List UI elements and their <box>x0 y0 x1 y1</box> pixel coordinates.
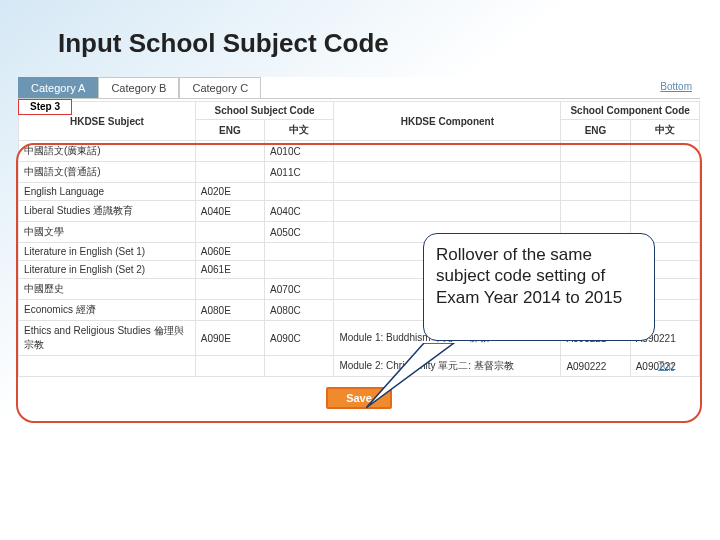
step3-badge: Step 3 <box>18 99 72 115</box>
cell-subject: Literature in English (Set 2) <box>19 261 196 279</box>
cell-component <box>334 183 561 201</box>
top-link[interactable]: Top <box>658 360 674 371</box>
callout: Rollover of the same subject code settin… <box>423 233 655 341</box>
cell-subject: Economics 經濟 <box>19 300 196 321</box>
cell-eng[interactable]: A060E <box>195 243 264 261</box>
cell-chi[interactable] <box>265 183 334 201</box>
th-comp-eng: ENG <box>561 120 630 141</box>
cell-chi[interactable]: A040C <box>265 201 334 222</box>
cell-eng[interactable] <box>195 279 264 300</box>
cell-comp-chi[interactable] <box>630 162 699 183</box>
tab-category-c[interactable]: Category C <box>179 77 261 98</box>
table-row: Liberal Studies 通識教育A040EA040C <box>19 201 700 222</box>
slide-title: Input School Subject Code <box>0 0 720 77</box>
cell-subject: Liberal Studies 通識教育 <box>19 201 196 222</box>
tab-category-a[interactable]: Category A <box>18 77 98 98</box>
cell-chi[interactable]: A010C <box>265 141 334 162</box>
table-row: 中國語文(廣東話)A010C <box>19 141 700 162</box>
table-row: 中國語文(普通話)A011C <box>19 162 700 183</box>
th-school-component-code: School Component Code <box>561 102 700 120</box>
cell-comp-eng[interactable] <box>561 162 630 183</box>
cell-comp-eng[interactable] <box>561 201 630 222</box>
cell-comp-eng[interactable] <box>561 183 630 201</box>
cell-subject: 中國語文(普通話) <box>19 162 196 183</box>
cell-subject: English Language <box>19 183 196 201</box>
cell-subject <box>19 356 196 377</box>
cell-component <box>334 162 561 183</box>
cell-chi[interactable]: A090C <box>265 321 334 356</box>
th-eng: ENG <box>195 120 264 141</box>
cell-subject: 中國文學 <box>19 222 196 243</box>
th-hkdse-component: HKDSE Component <box>334 102 561 141</box>
cell-chi[interactable]: A050C <box>265 222 334 243</box>
cell-chi[interactable] <box>265 356 334 377</box>
table-row: English LanguageA020E <box>19 183 700 201</box>
cell-comp-chi[interactable] <box>630 183 699 201</box>
tabs: Category A Category B Category C <box>18 77 700 98</box>
save-row: Save <box>18 377 700 413</box>
cell-eng[interactable] <box>195 162 264 183</box>
callout-tail-icon <box>366 343 456 413</box>
tab-category-b[interactable]: Category B <box>98 77 179 98</box>
th-comp-chi: 中文 <box>630 120 699 141</box>
bottom-link[interactable]: Bottom <box>660 81 692 92</box>
cell-comp-chi[interactable] <box>630 141 699 162</box>
panel: Category A Category B Category C Bottom … <box>18 77 700 413</box>
cell-eng[interactable] <box>195 356 264 377</box>
cell-eng[interactable]: A020E <box>195 183 264 201</box>
cell-comp-chi[interactable] <box>630 201 699 222</box>
cell-eng[interactable] <box>195 222 264 243</box>
table-row: Module 2: Christianity 單元二: 基督宗教A090222A… <box>19 356 700 377</box>
cell-eng[interactable]: A080E <box>195 300 264 321</box>
th-school-subject-code: School Subject Code <box>195 102 334 120</box>
cell-chi[interactable]: A011C <box>265 162 334 183</box>
cell-chi[interactable]: A070C <box>265 279 334 300</box>
cell-eng[interactable]: A061E <box>195 261 264 279</box>
cell-chi[interactable] <box>265 243 334 261</box>
cell-subject: 中國語文(廣東話) <box>19 141 196 162</box>
cell-chi[interactable]: A080C <box>265 300 334 321</box>
cell-eng[interactable]: A040E <box>195 201 264 222</box>
cell-subject: Ethics and Religious Studies 倫理與宗教 <box>19 321 196 356</box>
cell-component <box>334 141 561 162</box>
th-chi: 中文 <box>265 120 334 141</box>
cell-eng[interactable] <box>195 141 264 162</box>
cell-component <box>334 201 561 222</box>
cell-subject: 中國歷史 <box>19 279 196 300</box>
cell-comp-eng[interactable] <box>561 141 630 162</box>
cell-comp-eng[interactable]: A090222 <box>561 356 630 377</box>
cell-eng[interactable]: A090E <box>195 321 264 356</box>
svg-marker-0 <box>366 343 454 408</box>
cell-subject: Literature in English (Set 1) <box>19 243 196 261</box>
cell-chi[interactable] <box>265 261 334 279</box>
